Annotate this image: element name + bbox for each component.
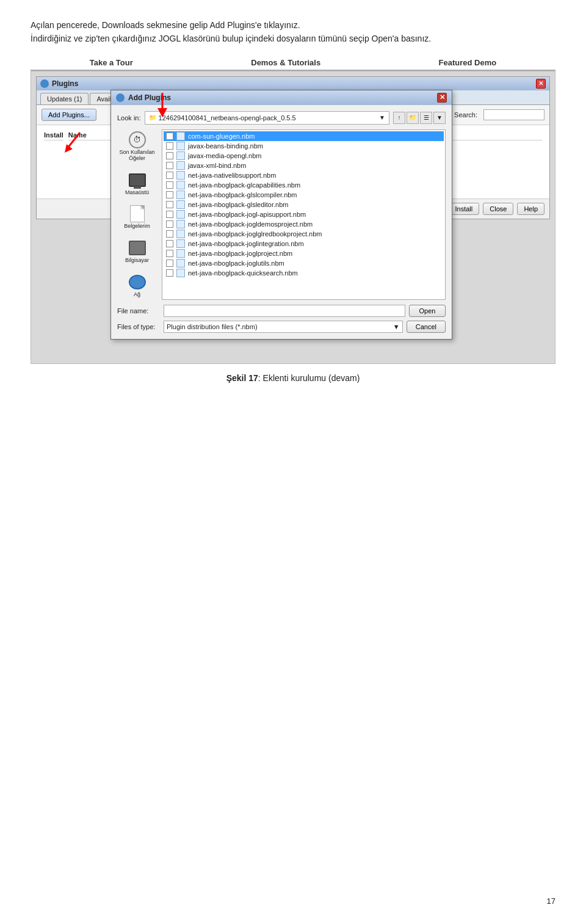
plugins-close-button[interactable]: ✕ bbox=[536, 79, 546, 89]
file-checkbox[interactable] bbox=[166, 269, 173, 277]
cancel-button[interactable]: Cancel bbox=[407, 321, 446, 333]
file-item[interactable]: net-java-nboglpack-glsleditor.nbm bbox=[164, 200, 444, 209]
file-icon bbox=[176, 239, 185, 248]
file-name: net-java-nboglpack-jogldemosproject.nbm bbox=[188, 220, 313, 228]
view-button[interactable]: ☰ bbox=[420, 112, 432, 124]
file-icon bbox=[176, 220, 185, 228]
network-icon bbox=[128, 274, 147, 291]
file-item[interactable]: net-java-nboglpack-joglproject.nbm bbox=[164, 249, 444, 258]
file-name: javax-beans-binding.nbm bbox=[188, 142, 263, 150]
file-item[interactable]: javax-media-opengl.nbm bbox=[164, 151, 444, 161]
file-item[interactable]: net-java-nboglpack-quicksearch.nbm bbox=[164, 268, 444, 278]
file-icon bbox=[176, 171, 185, 180]
caption-text: : Eklenti kurulumu (devam) bbox=[258, 373, 360, 383]
filetype-row: Files of type: Plugin distribution files… bbox=[117, 321, 446, 333]
file-item[interactable]: net-java-nativelibsupport.nbm bbox=[164, 170, 444, 180]
file-list[interactable]: com-sun-gluegen.nbm javax-beans-binding.… bbox=[162, 129, 446, 300]
file-item[interactable]: net-java-nboglpack-joglintegration.nbm bbox=[164, 239, 444, 249]
filename-label: File name: bbox=[117, 307, 160, 315]
sidebar-documents-label: Belgelerim bbox=[124, 224, 150, 230]
add-plugins-button[interactable]: Add Plugins... bbox=[42, 109, 96, 121]
new-folder-button[interactable]: 📁 bbox=[407, 112, 419, 124]
plugins-titlebar: Plugins ✕ bbox=[37, 77, 549, 90]
nav-demos[interactable]: Demos & Tutorials bbox=[251, 58, 320, 67]
file-name: net-java-nboglpack-glslcompiler.nbm bbox=[188, 191, 297, 198]
sidebar-recent-label: Son Kullanılan Öğeler bbox=[119, 150, 155, 162]
file-icon bbox=[176, 161, 185, 170]
file-name: net-java-nboglpack-joglglredbookproject.… bbox=[188, 230, 322, 238]
file-item[interactable]: javax-beans-binding.nbm bbox=[164, 141, 444, 151]
file-checkbox[interactable] bbox=[166, 240, 173, 247]
file-name: net-java-nboglpack-joglutils.nbm bbox=[188, 260, 284, 267]
file-item[interactable]: net-java-nboglpack-jogl-apisupport.nbm bbox=[164, 209, 444, 219]
search-label: Search: bbox=[454, 111, 477, 118]
file-icon bbox=[176, 200, 185, 209]
file-icon bbox=[176, 132, 185, 140]
sidebar-recent[interactable]: ⏱ Son Kullanılan Öğeler bbox=[117, 129, 157, 164]
file-name: com-sun-gluegen.nbm bbox=[188, 133, 255, 140]
file-checkbox[interactable] bbox=[166, 172, 173, 179]
dialog-main: ⏱ Son Kullanılan Öğeler Masaüstü bbox=[117, 129, 446, 300]
file-item[interactable]: com-sun-gluegen.nbm bbox=[164, 131, 444, 141]
file-icon bbox=[176, 181, 185, 189]
svg-marker-1 bbox=[157, 108, 167, 117]
filename-row: File name: Open bbox=[117, 305, 446, 317]
intro-line2: İndirdiğiniz ve zip'ten çıkardığınız JOG… bbox=[31, 34, 431, 43]
sidebar-documents[interactable]: Belgelerim bbox=[117, 203, 157, 231]
red-arrow-downloaded bbox=[144, 90, 181, 120]
look-in-combo[interactable]: 📁 1246294100841_netbeans-opengl-pack_0.5… bbox=[145, 111, 389, 125]
file-checkbox[interactable] bbox=[166, 260, 173, 267]
file-icon bbox=[176, 269, 185, 277]
file-icon bbox=[176, 142, 185, 150]
dialog-bottom: File name: Open Files of type: Plugin di… bbox=[117, 305, 446, 333]
close-button[interactable]: Close bbox=[483, 203, 513, 215]
file-checkbox[interactable] bbox=[166, 250, 173, 257]
sidebar-nav: ⏱ Son Kullanılan Öğeler Masaüstü bbox=[117, 129, 157, 300]
filename-input[interactable] bbox=[164, 305, 405, 317]
filetype-combo[interactable]: Plugin distribution files (*.nbm) ▼ bbox=[164, 321, 403, 333]
help-button[interactable]: Help bbox=[517, 203, 544, 215]
filetype-value: Plugin distribution files (*.nbm) bbox=[167, 323, 258, 330]
sidebar-desktop[interactable]: Masaüstü bbox=[117, 170, 157, 198]
file-icon bbox=[176, 230, 185, 238]
intro-paragraph: Açılan pencerede, Downloads sekmesine ge… bbox=[31, 18, 555, 46]
nav-featured[interactable]: Featured Demo bbox=[439, 58, 497, 67]
view-menu-button[interactable]: ▼ bbox=[433, 112, 446, 124]
file-icon bbox=[176, 249, 185, 258]
file-icon bbox=[176, 151, 185, 160]
dialog-icon bbox=[116, 93, 125, 102]
file-checkbox[interactable] bbox=[166, 211, 173, 218]
file-checkbox[interactable] bbox=[166, 191, 173, 198]
file-checkbox[interactable] bbox=[166, 230, 173, 238]
sidebar-computer[interactable]: Bilgisayar bbox=[117, 238, 157, 266]
file-item[interactable]: javax-xml-bind.nbm bbox=[164, 161, 444, 170]
file-item[interactable]: net-java-nboglpack-jogldemosproject.nbm bbox=[164, 219, 444, 229]
plugins-window-icon bbox=[40, 79, 49, 88]
file-checkbox[interactable] bbox=[166, 220, 173, 228]
add-plugins-dialog: Add Plugins ✕ Look in: 📁 1246294100841_n… bbox=[110, 90, 452, 340]
file-checkbox[interactable] bbox=[166, 162, 173, 169]
tab-updates[interactable]: Updates (1) bbox=[40, 93, 89, 104]
sidebar-desktop-label: Masaüstü bbox=[125, 190, 149, 196]
desktop-icon bbox=[128, 172, 147, 189]
open-button[interactable]: Open bbox=[409, 305, 446, 317]
file-checkbox[interactable] bbox=[166, 152, 173, 159]
file-checkbox[interactable] bbox=[166, 142, 173, 150]
file-item[interactable]: net-java-nboglpack-glcapabilities.nbm bbox=[164, 180, 444, 190]
nav-bar: Take a Tour Demos & Tutorials Featured D… bbox=[31, 58, 555, 71]
file-checkbox[interactable] bbox=[166, 201, 173, 208]
install-button[interactable]: Install bbox=[449, 203, 480, 215]
nav-up-button[interactable]: ↑ bbox=[393, 112, 405, 124]
sidebar-network[interactable]: Ağ bbox=[117, 272, 157, 300]
file-item[interactable]: net-java-nboglpack-joglglredbookproject.… bbox=[164, 229, 444, 239]
file-item[interactable]: net-java-nboglpack-glslcompiler.nbm bbox=[164, 190, 444, 200]
file-checkbox[interactable] bbox=[166, 133, 173, 140]
file-checkbox[interactable] bbox=[166, 181, 173, 189]
search-input[interactable] bbox=[483, 109, 544, 120]
file-name: javax-media-opengl.nbm bbox=[188, 152, 261, 159]
file-name: net-java-nboglpack-jogl-apisupport.nbm bbox=[188, 211, 306, 218]
dialog-close-button[interactable]: ✕ bbox=[437, 93, 447, 103]
file-icon bbox=[176, 191, 185, 199]
nav-take-tour[interactable]: Take a Tour bbox=[90, 58, 133, 67]
file-item[interactable]: net-java-nboglpack-joglutils.nbm bbox=[164, 258, 444, 268]
